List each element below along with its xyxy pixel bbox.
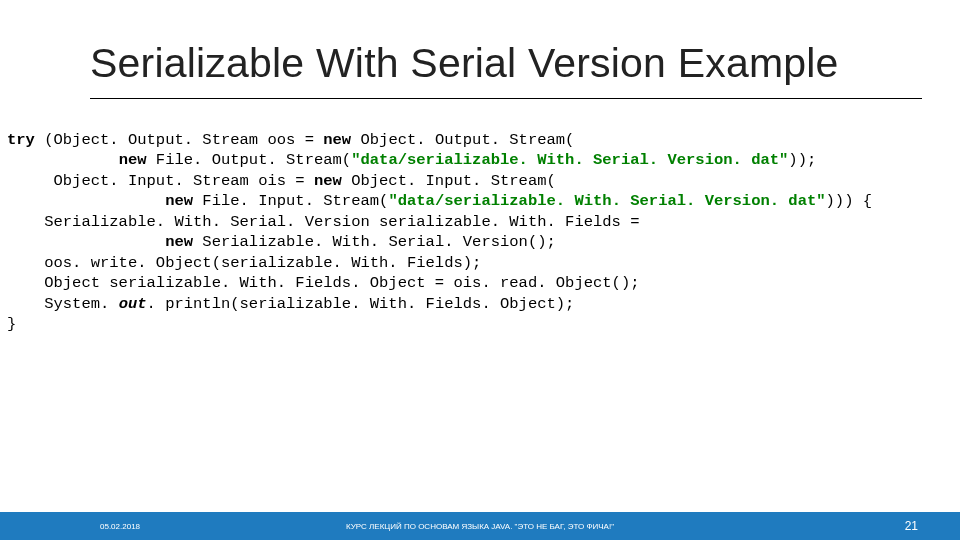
code-text: Serializable. With. Serial. Version(); (193, 233, 556, 251)
slide-title: Serializable With Serial Version Example (90, 40, 920, 87)
static-out: out (119, 295, 147, 313)
code-text: )); (788, 151, 816, 169)
footer-caption: КУРС ЛЕКЦИЙ ПО ОСНОВАМ ЯЗЫКА JAVA. "ЭТО … (346, 522, 614, 531)
code-text: oos. write. Object(serializable. With. F… (7, 254, 481, 272)
code-text: Object. Input. Stream ois = (7, 172, 314, 190)
code-text: (Object. Output. Stream oos = (35, 131, 323, 149)
code-text: Object. Output. Stream( (351, 131, 574, 149)
kw-new: new (165, 192, 193, 210)
code-text: . println(serializable. With. Fields. Ob… (147, 295, 575, 313)
string-literal: "data/serializable. With. Serial. Versio… (351, 151, 788, 169)
code-text: Object. Input. Stream( (342, 172, 556, 190)
kw-new: new (323, 131, 351, 149)
kw-new: new (119, 151, 147, 169)
code-text (7, 192, 165, 210)
code-text: ))) { (826, 192, 873, 210)
kw-new: new (165, 233, 193, 251)
code-block: try (Object. Output. Stream oos = new Ob… (7, 130, 955, 335)
footer-bar: 05.02.2018 КУРС ЛЕКЦИЙ ПО ОСНОВАМ ЯЗЫКА … (0, 512, 960, 540)
string-literal: "data/serializable. With. Serial. Versio… (388, 192, 825, 210)
page-number: 21 (905, 519, 918, 533)
kw-try: try (7, 131, 35, 149)
code-text: Object serializable. With. Fields. Objec… (7, 274, 640, 292)
code-text (7, 151, 119, 169)
code-text (7, 233, 165, 251)
code-text: } (7, 315, 16, 333)
code-text: System. (7, 295, 119, 313)
footer-date: 05.02.2018 (100, 522, 140, 531)
kw-new: new (314, 172, 342, 190)
code-text: Serializable. With. Serial. Version seri… (7, 213, 640, 231)
code-text: File. Output. Stream( (147, 151, 352, 169)
title-underline (90, 98, 922, 99)
code-text: File. Input. Stream( (193, 192, 388, 210)
